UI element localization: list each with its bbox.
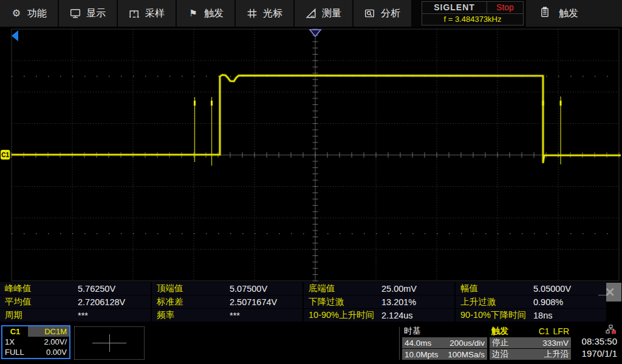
measurement-cell[interactable]: 幅值5.05000V (456, 282, 606, 295)
acquisition-status-block[interactable]: SIGLENT Stop f = 3.484373kHz (422, 1, 524, 25)
menu-item-trigger-status[interactable]: 触发 (526, 0, 622, 27)
measurement-label: 90-10%下降时间 (456, 309, 526, 321)
cursor-icon (247, 8, 258, 19)
measurement-cell[interactable]: 下降过激13.201% (304, 295, 454, 308)
divider (399, 327, 400, 360)
menu-item-label: 测量 (322, 7, 341, 20)
trigger-slope: 上升沿 (544, 349, 569, 360)
c1-level-marker[interactable]: C1 (1, 150, 10, 160)
measurement-value: 2.7206128V (78, 297, 125, 307)
channel1-coupling: DC1M (28, 326, 69, 337)
menu-item-label: 分析 (381, 7, 400, 20)
menu-item-2[interactable]: 显示 (59, 0, 117, 27)
measurement-value: 5.05000V (533, 284, 571, 294)
measurement-value: 0.908% (533, 297, 563, 307)
menu-item-label: 触发 (204, 7, 224, 20)
measurement-cell[interactable]: 周期*** (0, 309, 151, 322)
trigger-delay-arrow[interactable] (12, 30, 18, 41)
bottom-status-bar: C1 DC1M 1X 2.00V/ FULL 0.00V 时基 44.0ms 2… (0, 323, 622, 364)
measurement-cell[interactable]: 峰峰值5.76250V (0, 282, 151, 295)
clock-time: 08:35:50 (572, 335, 617, 348)
measurement-table: ✕ 峰峰值5.76250V平均值2.7206128V周期***顶端值5.0750… (0, 282, 622, 322)
measurement-cell[interactable]: 底端值25.00mV (304, 282, 454, 295)
measurement-label: 10-90%上升时间 (304, 309, 374, 321)
measurement-cell[interactable]: 90-10%下降时间18ns (456, 309, 606, 322)
trigger-title: 触发 (491, 326, 508, 337)
channel1-offset: 0.00V (46, 348, 69, 357)
timebase-delay: 44.0ms (405, 339, 431, 348)
menu-item-label: 功能 (27, 7, 47, 20)
sampling-icon (129, 8, 140, 19)
add-channel-placeholder[interactable] (74, 326, 145, 360)
menu-item-label: 光标 (263, 7, 282, 20)
measurement-cell[interactable]: 10-90%上升时间2.124us (304, 309, 454, 322)
trigger-position-marker[interactable] (310, 30, 321, 36)
gear-icon: ⚙ (11, 8, 22, 19)
menu-item-4[interactable]: ⚑触发 (177, 0, 234, 27)
c1-waveform-glow (12, 75, 621, 163)
measurement-label: 峰峰值 (0, 283, 32, 294)
measurement-value: *** (78, 311, 88, 320)
trigger-status: 停止 (492, 337, 508, 348)
timebase-descriptor-box[interactable]: 时基 44.0ms 200us/div 10.0Mpts 100MSa/s (402, 326, 487, 360)
measurement-cell[interactable]: 上升过激0.908% (456, 295, 606, 308)
menu-item-7[interactable]: 分析 (354, 0, 411, 27)
measurement-label: 顶端值 (152, 283, 183, 294)
measurement-label: 上升过激 (456, 296, 496, 308)
measurement-label: 标准差 (152, 296, 183, 308)
siglent-logo: SIGLENT (422, 2, 487, 13)
menu-item-label: 采样 (145, 7, 165, 20)
plus-icon (109, 334, 110, 352)
measurement-label: 下降过激 (304, 296, 344, 308)
measurement-label: 周期 (0, 309, 22, 321)
measurement-label: 频率 (152, 309, 174, 321)
timebase-samplerate: 100MSa/s (448, 350, 485, 359)
measurement-value: 18ns (533, 311, 552, 320)
measurement-cell[interactable]: 平均值2.7206128V (0, 295, 151, 308)
measurement-value: 13.201% (381, 297, 416, 307)
menu-item-label: 触发 (559, 7, 578, 20)
timebase-memdepth: 10.0Mpts (405, 350, 439, 359)
measurement-column-4: 幅值5.05000V上升过激0.908%90-10%下降时间18ns (456, 282, 606, 322)
trigger-type: 边沿 (492, 349, 508, 360)
channel1-scale: 2.00V/ (44, 337, 69, 346)
measurement-value: 5.07500V (230, 284, 267, 294)
trigger-coupling: LFR (553, 326, 569, 336)
measurement-cell[interactable]: 顶端值5.07500V (152, 282, 302, 295)
trigger-source: C1 (539, 326, 550, 336)
menu-item-6[interactable]: 测量 (295, 0, 352, 27)
timebase-scale: 200us/div (449, 339, 485, 348)
frequency-counter: f = 3.484373kHz (422, 14, 523, 25)
measurement-label: 底端值 (304, 283, 335, 294)
menu-item-label: 显示 (86, 7, 106, 20)
measurement-cell[interactable]: 频率*** (152, 309, 302, 322)
clock-date: 1970/1/1 (572, 348, 617, 360)
channel1-probe: 1X (2, 337, 15, 346)
menu-item-3[interactable]: 采样 (118, 0, 176, 27)
measurement-cell[interactable]: 标准差2.5071674V (152, 295, 302, 308)
svg-text:C1: C1 (1, 152, 9, 158)
trigger-descriptor-box[interactable]: 触发 C1 LFR 停止 333mV 边沿 上升沿 (490, 326, 571, 360)
measurement-value: 2.124us (381, 311, 413, 320)
channel1-descriptor-box[interactable]: C1 DC1M 1X 2.00V/ FULL 0.00V (1, 325, 70, 359)
measurement-column-2: 顶端值5.07500V标准差2.5071674V频率*** (152, 282, 302, 322)
clock-block[interactable]: 08:35:50 1970/1/1 (572, 325, 617, 360)
flag-icon: ⚑ (188, 8, 199, 19)
trigger-level: 333mV (542, 339, 569, 348)
analyze-icon (364, 8, 375, 19)
measurement-label: 平均值 (0, 296, 32, 308)
lan-status-icon (572, 325, 617, 335)
c1-waveform (12, 75, 621, 163)
acquisition-state[interactable]: Stop (487, 2, 523, 13)
channel1-label: C1 (2, 327, 28, 336)
menu-item-5[interactable]: 光标 (236, 0, 293, 27)
timebase-title: 时基 (404, 326, 421, 337)
clipboard-icon (539, 7, 550, 20)
measurement-column-3: 底端值25.00mV下降过激13.201%10-90%上升时间2.124us (304, 282, 454, 322)
measurement-label: 幅值 (456, 283, 478, 294)
measure-icon (306, 8, 316, 19)
measurement-value: 25.00mV (381, 284, 417, 294)
menu-item-1[interactable]: ⚙功能 (0, 0, 58, 27)
display-icon (70, 8, 81, 19)
measurement-value: *** (230, 311, 240, 320)
